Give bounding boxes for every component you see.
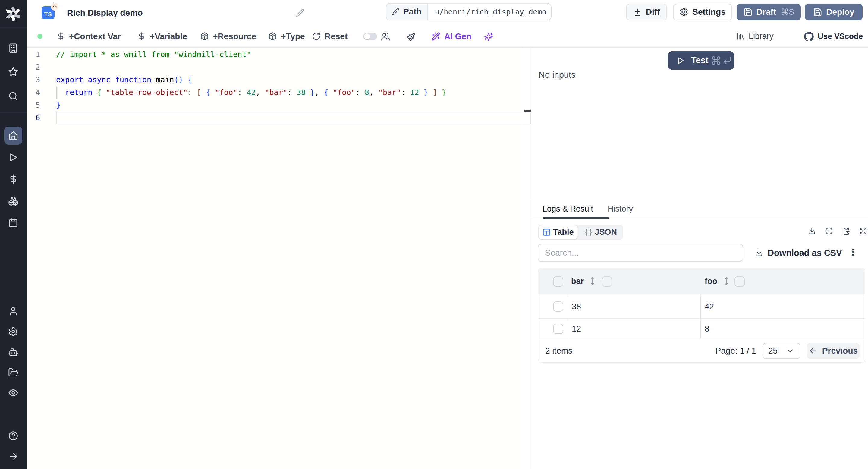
library-icon [736,32,745,41]
user-icon[interactable] [8,306,19,316]
select-all-checkbox[interactable] [553,276,563,287]
deploy-button[interactable]: Deploy [805,4,863,21]
ai-gen-button[interactable]: AI Gen [431,25,471,47]
add-variable-button[interactable]: +Variable [137,25,187,47]
sort-foo-icon[interactable] [722,277,731,285]
code-line-4[interactable]: 4 return { "table-row-object": [ { "foo"… [27,86,523,99]
resources-boxes-icon[interactable] [8,196,19,206]
save-draft-button[interactable]: Draft ⌘S [737,4,801,21]
download-icon [755,249,763,257]
workspace-icon[interactable] [8,43,19,53]
download-csv-button[interactable]: Download as CSV [755,244,842,262]
table-row[interactable]: 128 [538,319,865,339]
add-resource-button[interactable]: +Resource [200,25,256,47]
info-icon[interactable] [825,227,833,235]
wand-sparkles-icon [431,32,440,41]
no-inputs-label: No inputs [538,70,576,80]
table-icon [542,228,551,236]
diff-button[interactable]: Diff [626,4,667,21]
sidebar [0,0,27,469]
draft-shortcut: ⌘S [781,7,794,17]
column-header-foo[interactable]: foo [705,268,717,294]
audit-eye-icon[interactable] [8,387,19,398]
settings-gear-icon[interactable] [8,326,19,337]
gear-icon [679,7,688,17]
search-input[interactable] [545,248,736,258]
column-toggle-bar[interactable] [602,276,612,287]
schedules-calendar-icon[interactable] [8,218,19,228]
add-context-var-button[interactable]: +Context Var [56,25,121,47]
paintbrush-icon[interactable] [407,32,415,41]
users-icon[interactable] [381,32,390,41]
sparkles-icon[interactable] [484,32,493,41]
code-line-6[interactable]: 6 [27,112,523,124]
expand-icon[interactable] [860,227,867,235]
assistant-toggle[interactable] [363,33,377,40]
download-icon[interactable] [808,227,815,235]
cell-foo: 42 [705,294,714,318]
table-row[interactable]: 3842 [538,294,865,319]
column-header-bar[interactable]: bar [571,268,584,294]
view-table-button[interactable]: Table [538,225,578,239]
arrow-left-icon [809,347,817,355]
edit-title-pencil-icon[interactable] [296,8,305,18]
diff-icon [633,8,642,17]
script-path[interactable]: u/henri/rich_display_demo [428,4,548,20]
runs-play-icon[interactable] [8,152,19,162]
row-checkbox[interactable] [553,302,563,312]
table-header: bar foo [538,268,865,294]
run-panel: Test No inputs Logs & Result History Tab… [532,48,868,469]
command-key-icon [711,56,721,66]
page-size-select[interactable]: 25 [763,343,801,359]
table-footer: 2 items Page: 1 / 1 25 Previous [538,339,865,362]
reset-button[interactable]: Reset [312,25,347,47]
variables-dollar-icon[interactable] [8,174,19,184]
tab-history[interactable]: History [608,200,633,218]
settings-button[interactable]: Settings [673,4,732,21]
edit-path-button[interactable]: Path [386,4,428,20]
code-line-1[interactable]: 1// import * as wmill from "windmill-cli… [27,48,523,61]
result-table: bar foo 3842128 2 items Page: 1 / 1 25 P… [538,268,865,363]
row-checkbox[interactable] [553,324,563,334]
github-icon [804,32,814,41]
top-header: TS Rich Display demo Path u/henri/rich_d… [27,0,868,25]
enter-key-icon [723,56,732,65]
baby-emoji-avatar [51,2,59,10]
column-toggle-foo[interactable] [735,276,745,287]
result-tabs: Logs & Result History [532,200,868,218]
test-shortcut [711,56,732,66]
previous-page-button[interactable]: Previous [807,343,860,359]
cell-foo: 8 [705,319,710,339]
workers-bot-icon[interactable] [8,347,19,357]
code-editor[interactable]: 1// import * as wmill from "windmill-cli… [27,48,523,469]
view-json-button[interactable]: JSON [579,225,623,239]
code-line-3[interactable]: 3export async function main() { [27,73,523,86]
test-button[interactable]: Test [668,51,734,70]
home-icon [8,130,19,141]
reset-rotate-icon [312,32,321,41]
clipboard-copy-icon[interactable] [842,227,850,235]
page-indicator: Page: 1 / 1 [715,346,756,356]
folders-icon[interactable] [8,368,19,378]
editor-toolbar: +Context Var +Variable +Resource +Type R… [27,25,868,48]
code-line-5[interactable]: 5} [27,99,523,112]
cell-bar: 38 [572,294,581,318]
use-vscode-button[interactable]: Use VScode [804,25,863,47]
favorites-star-icon[interactable] [8,67,19,77]
overview-ruler-cursor [524,110,531,112]
more-options-kebab-icon[interactable] [848,248,858,257]
sidebar-item-home[interactable] [4,127,22,145]
library-button[interactable]: Library [736,25,774,47]
sort-bar-icon[interactable] [588,277,597,285]
package-icon [200,32,209,41]
help-icon[interactable] [8,431,19,441]
play-icon [676,56,685,65]
add-type-button[interactable]: +Type [268,25,305,47]
search-icon[interactable] [8,91,19,101]
tab-logs-result[interactable]: Logs & Result [542,200,593,218]
code-line-2[interactable]: 2 [27,61,523,73]
result-view-switch: Table JSON [538,224,623,240]
collapse-arrow-icon[interactable] [8,451,19,462]
windmill-logo-icon[interactable] [6,7,20,21]
page-title: Rich Display demo [67,8,143,18]
